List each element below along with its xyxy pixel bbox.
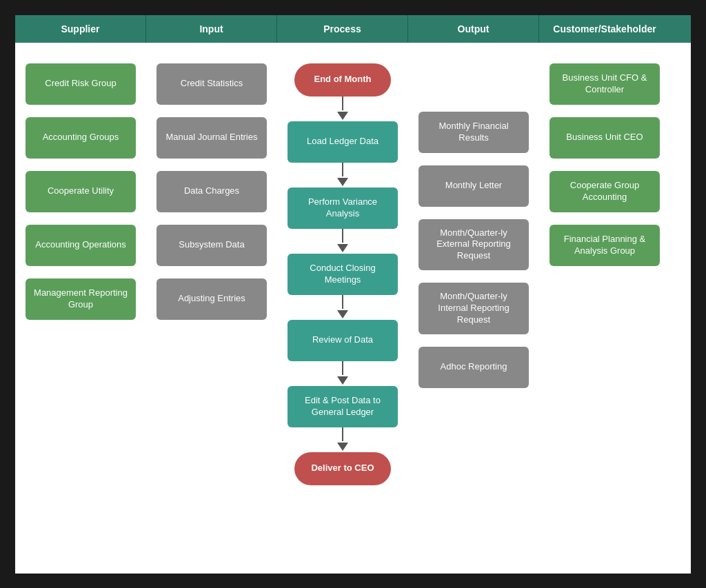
content-area: Credit Risk Group Accounting Groups Coop…: [15, 43, 691, 567]
list-item: Monthly Financial Results: [418, 112, 529, 153]
header-row: Supplier Input Process Output Customer/S…: [15, 15, 691, 43]
process-item-4: Review of Data: [288, 320, 398, 361]
header-process: Process: [277, 15, 408, 43]
arrow-down-icon: [337, 178, 348, 186]
list-item: Credit Statistics: [157, 63, 267, 105]
arrow-line: [342, 163, 343, 176]
process-end-oval: Deliver to CEO: [294, 452, 391, 485]
list-item: Financial Planning & Analysis Group: [549, 225, 660, 266]
input-column: Credit Statistics Manual Journal Entries…: [146, 57, 277, 553]
list-item: Cooperate Utility: [26, 171, 136, 212]
arrow-down-icon: [337, 376, 348, 385]
header-input: Input: [146, 15, 277, 43]
list-item: Month/Quarter-ly Internal Reporting Requ…: [418, 283, 529, 334]
arrow-down-icon: [337, 443, 348, 451]
list-item: Subsystem Data: [157, 225, 267, 266]
arrow-line: [342, 97, 343, 110]
diagram-container: Supplier Input Process Output Customer/S…: [15, 15, 691, 574]
arrow-line: [342, 295, 343, 309]
process-item-5: Edit & Post Data to General Ledger: [288, 386, 398, 427]
list-item: Cooperate Group Accounting: [549, 171, 660, 212]
output-column: Monthly Financial Results Monthly Letter…: [408, 57, 539, 553]
arrow-down-icon: [337, 244, 348, 252]
arrow-line: [342, 427, 343, 441]
process-box: Edit & Post Data to General Ledger: [288, 386, 398, 427]
header-customer: Customer/Stakeholder: [539, 15, 670, 43]
arrow-down-icon: [337, 112, 348, 120]
supplier-column: Credit Risk Group Accounting Groups Coop…: [15, 57, 146, 553]
list-item: Adhoc Reporting: [418, 347, 529, 388]
process-item-3: Conduct Closing Meetings: [288, 254, 398, 295]
process-box: Conduct Closing Meetings: [288, 254, 398, 295]
process-box: Review of Data: [288, 320, 398, 361]
list-item: Adjusting Entries: [157, 278, 267, 320]
list-item: Manual Journal Entries: [157, 117, 267, 159]
list-item: Management Reporting Group: [26, 278, 136, 320]
list-item: Credit Risk Group: [26, 63, 136, 105]
arrow-down-icon: [337, 310, 348, 318]
process-item-0: End of Month: [294, 63, 391, 97]
arrow-line: [342, 361, 343, 375]
process-item-2: Perform Variance Analysis: [288, 187, 398, 229]
list-item: Accounting Operations: [26, 225, 136, 266]
list-item: Business Unit CFO & Controller: [549, 63, 660, 105]
process-box: Perform Variance Analysis: [288, 187, 398, 229]
process-start-oval: End of Month: [294, 63, 391, 97]
header-output: Output: [408, 15, 539, 43]
list-item: Month/Quarter-ly External Reporting Requ…: [418, 219, 529, 271]
customer-column: Business Unit CFO & Controller Business …: [539, 57, 670, 553]
process-column: End of Month Load Ledger Data Perform Va…: [277, 57, 408, 553]
arrow-line: [342, 229, 343, 243]
list-item: Data Charges: [157, 171, 267, 212]
process-item-6: Deliver to CEO: [294, 452, 391, 485]
list-item: Accounting Groups: [26, 117, 136, 159]
list-item: Monthly Letter: [418, 165, 529, 207]
header-supplier: Supplier: [15, 15, 146, 43]
process-box: Load Ledger Data: [288, 121, 398, 163]
list-item: Business Unit CEO: [549, 117, 660, 159]
process-item-1: Load Ledger Data: [288, 121, 398, 163]
